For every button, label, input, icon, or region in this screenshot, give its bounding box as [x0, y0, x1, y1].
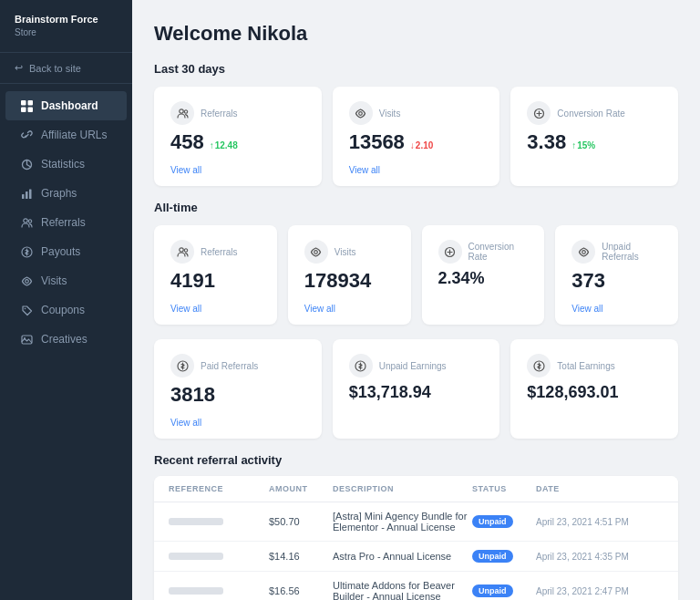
stat-card-header: Unpaid Earnings: [349, 354, 484, 378]
stat-value: 178934: [304, 269, 371, 293]
col-description: Description: [333, 484, 472, 493]
tag-icon: [20, 304, 33, 316]
stat-value: 3.38: [527, 130, 566, 154]
view-all-link[interactable]: View all: [349, 165, 484, 175]
sidebar-item-label: Coupons: [41, 304, 85, 316]
svg-rect-5: [22, 194, 25, 199]
stat-label: Visits: [379, 109, 401, 119]
ref-cell: [169, 553, 269, 560]
amount-cell: $16.56: [269, 585, 333, 596]
status-badge: Unpaid: [472, 515, 513, 528]
bar-chart-icon: [20, 187, 33, 200]
stat-delta: ↓ 2.10: [410, 140, 433, 150]
stat-value: 2.34%: [438, 269, 485, 288]
date-cell: April 23, 2021 2:47 PM: [536, 586, 664, 596]
sidebar-item-label: Statistics: [41, 158, 85, 171]
stat-value: $13,718.94: [349, 383, 431, 402]
sidebar-item-referrals[interactable]: Referrals: [5, 208, 127, 237]
view-all-link[interactable]: View all: [571, 304, 662, 314]
image-icon: [20, 333, 33, 346]
stat-value: 3818: [170, 383, 215, 407]
table-row: $14.16 Astra Pro - Annual License Unpaid…: [154, 542, 678, 572]
conversion-icon: [527, 101, 551, 125]
total-earnings-icon: [527, 354, 551, 378]
stat-card-header: Unpaid Referrals: [571, 240, 662, 264]
table-header: Reference Amount Description Status Date: [154, 476, 678, 502]
alltime-paid-referrals-card: Paid Referrals 3818 View all: [154, 339, 322, 439]
stat-label: Paid Referrals: [201, 361, 258, 371]
col-amount: Amount: [269, 484, 333, 493]
stat-card-header: Referrals: [170, 240, 261, 264]
status-cell: Unpaid: [472, 515, 536, 528]
stat-delta: ↑ 15%: [571, 140, 595, 150]
sidebar-item-affiliate-urls[interactable]: Affiliate URLs: [5, 120, 127, 150]
stat-value-row: $13,718.94: [349, 383, 484, 402]
svg-rect-7: [29, 189, 32, 199]
date-cell: April 23, 2021 4:35 PM: [536, 552, 664, 562]
svg-point-21: [314, 250, 318, 253]
svg-point-14: [24, 337, 26, 339]
referrals-icon: [170, 101, 194, 125]
grid-icon: [20, 99, 33, 112]
svg-point-23: [582, 250, 585, 253]
stat-value-row: 3.38 ↑ 15%: [527, 130, 662, 154]
table-row: $50.70 [Astra] Mini Agency Bundle for El…: [154, 502, 678, 542]
sidebar-item-graphs[interactable]: Graphs: [5, 179, 127, 208]
description-cell: [Astra] Mini Agency Bundle for Elementor…: [333, 511, 472, 533]
svg-point-15: [179, 109, 182, 112]
stat-card-header: Conversion Rate: [438, 240, 529, 264]
sidebar-nav: Dashboard Affiliate URLs Statistics Grap…: [0, 84, 132, 361]
svg-point-16: [184, 109, 187, 112]
main-content: Welcome Nikola Last 30 days Referrals 45…: [132, 0, 700, 600]
alltime-visits-card: Visits 178934 View all: [288, 225, 411, 325]
stat-card-header: Visits: [304, 240, 395, 264]
view-all-link[interactable]: View all: [170, 304, 261, 314]
sidebar-item-creatives[interactable]: Creatives: [5, 325, 127, 354]
stat-value-row: 178934: [304, 269, 395, 293]
stat-value: 458: [170, 130, 204, 154]
sidebar-item-label: Referrals: [41, 216, 86, 229]
status-badge: Unpaid: [472, 584, 513, 597]
svg-point-9: [28, 220, 31, 222]
svg-point-12: [24, 308, 26, 310]
svg-point-19: [179, 247, 182, 251]
stat-label: Conversion Rate: [468, 242, 529, 262]
stat-value-row: 458 ↑ 12.48: [170, 130, 305, 154]
stat-value-row: 373: [571, 269, 662, 293]
last30-visits-card: Visits 13568 ↓ 2.10 View all: [333, 87, 500, 186]
paid-referrals-icon: [170, 354, 194, 378]
stat-card-header: Total Earnings: [527, 354, 662, 378]
svg-point-11: [25, 280, 28, 284]
stat-label: Conversion Rate: [557, 109, 624, 119]
stat-label: Unpaid Earnings: [379, 361, 447, 371]
back-label: Back to site: [29, 63, 81, 74]
date-cell: April 23, 2021 4:51 PM: [536, 517, 664, 527]
view-all-link[interactable]: View all: [170, 418, 305, 428]
alltime-conversion-card: Conversion Rate 2.34%: [422, 225, 545, 325]
svg-rect-2: [21, 107, 26, 112]
svg-rect-3: [27, 107, 33, 112]
sidebar-item-dashboard[interactable]: Dashboard: [5, 91, 127, 120]
stat-card-header: Paid Referrals: [170, 354, 305, 378]
users-icon: [20, 216, 33, 229]
stat-value-row: 13568 ↓ 2.10: [349, 130, 484, 154]
activity-table: Reference Amount Description Status Date…: [154, 476, 678, 600]
dollar-icon: [20, 245, 33, 258]
sidebar-item-payouts[interactable]: Payouts: [5, 237, 127, 266]
back-to-site[interactable]: ↩ Back to site: [0, 53, 132, 84]
activity-section-title: Recent referral activity: [154, 453, 678, 467]
sidebar-item-coupons[interactable]: Coupons: [5, 295, 127, 325]
view-all-link[interactable]: View all: [304, 304, 395, 314]
stat-value-row: 4191: [170, 269, 261, 293]
description-cell: Ultimate Addons for Beaver Builder - Ann…: [333, 580, 472, 600]
conversion-icon: [438, 240, 462, 264]
stat-label: Referrals: [201, 109, 238, 119]
col-status: Status: [472, 484, 536, 493]
svg-rect-1: [27, 100, 33, 106]
sidebar-item-visits[interactable]: Visits: [5, 266, 127, 295]
sidebar-item-statistics[interactable]: Statistics: [5, 150, 127, 179]
back-icon: ↩: [15, 62, 23, 74]
view-all-link[interactable]: View all: [170, 165, 305, 175]
chart-pie-icon: [20, 158, 33, 171]
alltime-section-title: All-time: [154, 201, 678, 214]
